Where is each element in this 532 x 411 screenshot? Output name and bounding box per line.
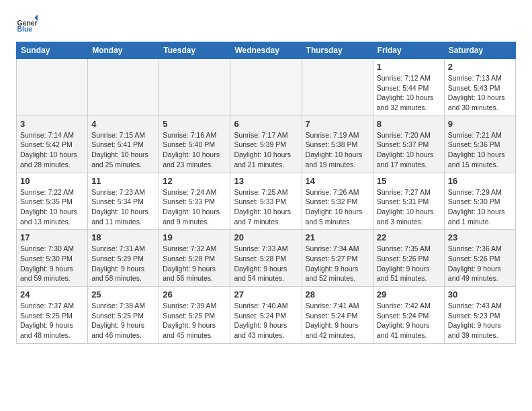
day-info: Sunrise: 7:37 AM Sunset: 5:25 PM Dayligh… xyxy=(20,301,84,340)
day-info: Sunrise: 7:38 AM Sunset: 5:25 PM Dayligh… xyxy=(91,301,155,340)
day-number: 24 xyxy=(20,289,84,300)
day-info: Sunrise: 7:13 AM Sunset: 5:43 PM Dayligh… xyxy=(448,73,512,113)
calendar-cell: 18Sunrise: 7:31 AM Sunset: 5:29 PM Dayli… xyxy=(88,230,159,287)
day-number: 6 xyxy=(234,119,298,129)
day-number: 23 xyxy=(448,232,512,242)
logo-icon: General Blue xyxy=(16,13,38,35)
day-info: Sunrise: 7:35 AM Sunset: 5:26 PM Dayligh… xyxy=(377,244,441,283)
day-number: 16 xyxy=(448,176,512,186)
calendar-cell: 5Sunrise: 7:16 AM Sunset: 5:40 PM Daylig… xyxy=(159,116,230,173)
day-info: Sunrise: 7:41 AM Sunset: 5:24 PM Dayligh… xyxy=(306,301,369,340)
calendar-cell xyxy=(17,59,88,116)
weekday-header-thursday: Thursday xyxy=(302,42,373,59)
weekday-header-wednesday: Wednesday xyxy=(230,42,302,59)
day-number: 26 xyxy=(163,289,226,300)
weekday-header-sunday: Sunday xyxy=(17,42,88,59)
day-info: Sunrise: 7:30 AM Sunset: 5:30 PM Dayligh… xyxy=(20,244,84,283)
day-info: Sunrise: 7:19 AM Sunset: 5:38 PM Dayligh… xyxy=(306,130,369,170)
calendar-cell: 23Sunrise: 7:36 AM Sunset: 5:26 PM Dayli… xyxy=(444,230,515,287)
calendar-cell: 14Sunrise: 7:26 AM Sunset: 5:32 PM Dayli… xyxy=(302,173,373,230)
day-info: Sunrise: 7:22 AM Sunset: 5:35 PM Dayligh… xyxy=(20,187,84,227)
calendar-cell: 19Sunrise: 7:32 AM Sunset: 5:28 PM Dayli… xyxy=(159,230,230,287)
calendar-cell: 3Sunrise: 7:14 AM Sunset: 5:42 PM Daylig… xyxy=(17,116,88,173)
day-info: Sunrise: 7:16 AM Sunset: 5:40 PM Dayligh… xyxy=(163,130,226,170)
day-info: Sunrise: 7:33 AM Sunset: 5:28 PM Dayligh… xyxy=(234,244,298,283)
day-info: Sunrise: 7:23 AM Sunset: 5:34 PM Dayligh… xyxy=(91,187,155,227)
calendar-cell: 6Sunrise: 7:17 AM Sunset: 5:39 PM Daylig… xyxy=(230,116,302,173)
calendar-cell: 29Sunrise: 7:42 AM Sunset: 5:24 PM Dayli… xyxy=(373,287,444,344)
day-number: 13 xyxy=(234,176,298,186)
header: General Blue xyxy=(16,13,516,35)
calendar-cell: 9Sunrise: 7:21 AM Sunset: 5:36 PM Daylig… xyxy=(444,116,515,173)
day-number: 29 xyxy=(377,289,441,300)
calendar-cell: 1Sunrise: 7:12 AM Sunset: 5:44 PM Daylig… xyxy=(373,59,444,116)
day-number: 9 xyxy=(448,119,512,129)
weekday-header-saturday: Saturday xyxy=(444,42,515,59)
calendar-cell: 22Sunrise: 7:35 AM Sunset: 5:26 PM Dayli… xyxy=(373,230,444,287)
calendar-cell: 24Sunrise: 7:37 AM Sunset: 5:25 PM Dayli… xyxy=(17,287,88,344)
calendar-cell: 7Sunrise: 7:19 AM Sunset: 5:38 PM Daylig… xyxy=(302,116,373,173)
day-number: 25 xyxy=(91,289,155,300)
calendar-cell: 13Sunrise: 7:25 AM Sunset: 5:33 PM Dayli… xyxy=(230,173,302,230)
calendar-week-3: 10Sunrise: 7:22 AM Sunset: 5:35 PM Dayli… xyxy=(17,173,516,230)
day-number: 2 xyxy=(448,62,512,72)
day-number: 20 xyxy=(234,232,298,242)
day-info: Sunrise: 7:26 AM Sunset: 5:32 PM Dayligh… xyxy=(306,187,369,227)
calendar-week-1: 1Sunrise: 7:12 AM Sunset: 5:44 PM Daylig… xyxy=(17,59,516,116)
day-number: 19 xyxy=(163,232,226,242)
calendar-cell: 27Sunrise: 7:40 AM Sunset: 5:24 PM Dayli… xyxy=(230,287,302,344)
calendar-cell: 4Sunrise: 7:15 AM Sunset: 5:41 PM Daylig… xyxy=(88,116,159,173)
calendar-cell xyxy=(302,59,373,116)
weekday-header-monday: Monday xyxy=(88,42,159,59)
calendar-cell xyxy=(88,59,159,116)
day-number: 11 xyxy=(91,176,155,186)
calendar-cell: 28Sunrise: 7:41 AM Sunset: 5:24 PM Dayli… xyxy=(302,287,373,344)
calendar-cell: 17Sunrise: 7:30 AM Sunset: 5:30 PM Dayli… xyxy=(17,230,88,287)
day-number: 1 xyxy=(377,62,441,72)
svg-text:Blue: Blue xyxy=(17,26,33,33)
day-info: Sunrise: 7:32 AM Sunset: 5:28 PM Dayligh… xyxy=(163,244,226,283)
calendar-week-2: 3Sunrise: 7:14 AM Sunset: 5:42 PM Daylig… xyxy=(17,116,516,173)
day-number: 17 xyxy=(20,232,84,242)
calendar-cell: 26Sunrise: 7:39 AM Sunset: 5:25 PM Dayli… xyxy=(159,287,230,344)
day-info: Sunrise: 7:36 AM Sunset: 5:26 PM Dayligh… xyxy=(448,244,512,283)
day-info: Sunrise: 7:27 AM Sunset: 5:31 PM Dayligh… xyxy=(377,187,441,227)
day-info: Sunrise: 7:34 AM Sunset: 5:27 PM Dayligh… xyxy=(306,244,369,283)
day-info: Sunrise: 7:43 AM Sunset: 5:23 PM Dayligh… xyxy=(448,301,512,340)
weekday-header-tuesday: Tuesday xyxy=(159,42,230,59)
day-number: 3 xyxy=(20,119,84,129)
day-number: 7 xyxy=(306,119,369,129)
day-number: 10 xyxy=(20,176,84,186)
day-number: 21 xyxy=(306,232,369,242)
calendar-cell xyxy=(159,59,230,116)
day-info: Sunrise: 7:14 AM Sunset: 5:42 PM Dayligh… xyxy=(20,130,84,170)
calendar-table: SundayMondayTuesdayWednesdayThursdayFrid… xyxy=(16,42,516,344)
calendar-cell: 21Sunrise: 7:34 AM Sunset: 5:27 PM Dayli… xyxy=(302,230,373,287)
calendar-cell: 16Sunrise: 7:29 AM Sunset: 5:30 PM Dayli… xyxy=(444,173,515,230)
day-number: 15 xyxy=(377,176,441,186)
day-number: 8 xyxy=(377,119,441,129)
day-info: Sunrise: 7:12 AM Sunset: 5:44 PM Dayligh… xyxy=(377,73,441,113)
weekday-header-friday: Friday xyxy=(373,42,444,59)
day-number: 4 xyxy=(91,119,155,129)
day-info: Sunrise: 7:21 AM Sunset: 5:36 PM Dayligh… xyxy=(448,130,512,170)
calendar-cell: 25Sunrise: 7:38 AM Sunset: 5:25 PM Dayli… xyxy=(88,287,159,344)
calendar-header-row: SundayMondayTuesdayWednesdayThursdayFrid… xyxy=(17,42,516,59)
logo: General Blue xyxy=(16,13,40,35)
day-info: Sunrise: 7:42 AM Sunset: 5:24 PM Dayligh… xyxy=(377,301,441,340)
day-number: 30 xyxy=(448,289,512,300)
calendar-cell: 10Sunrise: 7:22 AM Sunset: 5:35 PM Dayli… xyxy=(17,173,88,230)
calendar-cell: 12Sunrise: 7:24 AM Sunset: 5:33 PM Dayli… xyxy=(159,173,230,230)
day-info: Sunrise: 7:29 AM Sunset: 5:30 PM Dayligh… xyxy=(448,187,512,227)
calendar-cell: 2Sunrise: 7:13 AM Sunset: 5:43 PM Daylig… xyxy=(444,59,515,116)
day-info: Sunrise: 7:20 AM Sunset: 5:37 PM Dayligh… xyxy=(377,130,441,170)
calendar-cell xyxy=(230,59,302,116)
day-number: 27 xyxy=(234,289,298,300)
day-number: 14 xyxy=(306,176,369,186)
calendar-week-4: 17Sunrise: 7:30 AM Sunset: 5:30 PM Dayli… xyxy=(17,230,516,287)
calendar-cell: 30Sunrise: 7:43 AM Sunset: 5:23 PM Dayli… xyxy=(444,287,515,344)
day-info: Sunrise: 7:15 AM Sunset: 5:41 PM Dayligh… xyxy=(91,130,155,170)
day-info: Sunrise: 7:24 AM Sunset: 5:33 PM Dayligh… xyxy=(163,187,226,227)
day-info: Sunrise: 7:17 AM Sunset: 5:39 PM Dayligh… xyxy=(234,130,298,170)
calendar-cell: 11Sunrise: 7:23 AM Sunset: 5:34 PM Dayli… xyxy=(88,173,159,230)
